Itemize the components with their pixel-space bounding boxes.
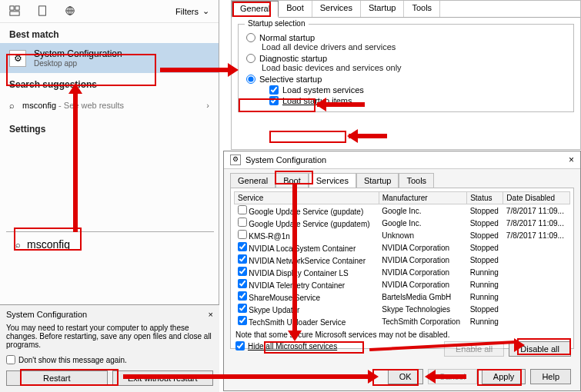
search-input[interactable] [27,238,196,251]
dialog-title: System Configuration [6,310,87,319]
msconfig-icon: ⚙ [9,50,26,67]
globe-icon[interactable] [65,5,75,18]
result-text: System Configuration Desktop app [34,48,122,68]
tab-boot[interactable]: Boot [279,1,312,17]
normal-startup-label: Normal startup [259,33,315,42]
service-checkbox[interactable] [238,242,247,251]
note-text: Note that some secure Microsoft services… [235,331,570,339]
table-row[interactable]: NVIDIA Telemetry ContainerNVIDIA Corpora… [235,278,570,291]
filters-label: Filters [175,7,199,16]
tab-boot[interactable]: Boot [275,173,309,188]
close-icon[interactable]: × [569,154,574,165]
suggestion-text: msconfig [22,101,56,110]
normal-startup-sub: Load all device drivers and services [262,42,566,51]
cortana-topbar: Filters ⌄ [0,0,219,23]
table-row[interactable]: NVIDIA NetworkService ContainerNVIDIA Co… [235,254,570,266]
table-row[interactable]: Skype UpdaterSkype TechnologiesStopped [235,303,570,315]
tab-startup[interactable]: Startup [356,173,399,188]
col-status[interactable]: Status [467,192,503,204]
service-checkbox[interactable] [238,279,247,288]
service-checkbox[interactable] [238,316,247,325]
col-date-disabled[interactable]: Date Disabled [503,192,570,204]
col-service[interactable]: Service [235,192,379,204]
svg-rect-1 [15,5,19,9]
load-sys-checkbox[interactable] [269,85,279,95]
hide-ms-services-checkbox[interactable] [235,341,245,350]
svg-rect-0 [10,5,14,9]
search-icon: ⌕ [9,101,15,110]
dont-show-label: Don't show this message again. [18,356,127,364]
ok-button[interactable]: OK [388,369,423,384]
result-subtitle: Desktop app [34,59,122,68]
apply-button[interactable]: Apply [482,369,526,384]
msconfig-general-panel: General Boot Services Startup Tools Star… [231,0,581,150]
tab-startup[interactable]: Startup [361,1,404,17]
col-manufacturer[interactable]: Manufacturer [379,192,466,204]
chevron-right-icon: › [206,101,209,110]
help-button[interactable]: Help [530,369,571,384]
service-checkbox[interactable] [238,267,247,276]
dont-show-checkbox[interactable] [6,355,15,364]
service-checkbox[interactable] [238,254,247,264]
table-row[interactable]: Google Update Service (gupdate)Google In… [235,204,570,218]
tab-tools[interactable]: Tools [399,173,434,188]
tab-tools[interactable]: Tools [404,1,440,17]
table-row[interactable]: NVIDIA LocalSystem ContainerNVIDIA Corpo… [235,241,570,254]
normal-startup-radio[interactable] [246,33,255,42]
table-row[interactable]: TechSmith Uploader ServiceTechSmith Corp… [235,315,570,327]
suggestion-hint: - See web results [56,101,124,110]
hide-ms-services-label: Hide all Microsoft services [248,342,337,350]
service-checkbox[interactable] [238,304,247,313]
best-match-header: Best match [0,23,219,43]
group-legend: Startup selection [245,19,309,28]
selective-startup-radio[interactable] [246,75,255,84]
tab-services[interactable]: Services [309,173,356,188]
tabbar: General Boot Services Startup Tools [224,169,580,188]
services-table: Service Manufacturer Status Date Disable… [234,191,570,327]
chevron-down-icon: ⌄ [202,6,209,16]
exit-without-restart-button[interactable]: Exit without restart [112,370,214,386]
search-suggestions-header: Search suggestions [0,73,219,93]
tab-services[interactable]: Services [312,1,361,17]
startup-selection-group: Startup selection Normal startup Load al… [238,24,574,112]
dialog-title: System Configuration [245,155,326,164]
table-row[interactable]: NVIDIA Display Container LSNVIDIA Corpor… [235,266,570,278]
diag-startup-radio[interactable] [246,54,255,63]
service-checkbox[interactable] [238,218,247,227]
dialog-body: You may need to restart your computer to… [6,324,213,349]
dialog-titlebar: ⚙ System Configuration × [224,151,580,169]
service-checkbox[interactable] [238,291,247,301]
document-icon[interactable] [37,5,48,18]
table-row[interactable]: Google Update Service (gupdatem)Google I… [235,217,570,229]
app-icon[interactable] [9,5,20,18]
enable-all-button[interactable]: Enable all [444,341,504,357]
load-sys-label: Load system services [282,85,364,95]
search-icon: ⌕ [15,240,21,249]
restart-dialog: System Configuration × You may need to r… [0,304,219,392]
suggestion-row[interactable]: ⌕ msconfig - See web results › [0,93,219,118]
load-startup-label: Load startup items [282,96,352,105]
close-icon[interactable]: × [209,310,213,319]
cortana-search-box[interactable]: ⌕ [6,231,214,257]
cancel-button[interactable]: Cancel [428,369,477,384]
settings-header: Settings [0,118,219,138]
service-checkbox[interactable] [238,230,247,239]
svg-rect-2 [10,11,19,15]
load-startup-checkbox[interactable] [269,96,279,105]
table-row[interactable]: KMS-R@1nUnknownStopped7/8/2017 11:09... [235,229,570,241]
tab-general[interactable]: General [230,173,275,188]
svg-rect-3 [39,5,46,15]
table-row[interactable]: ShareMouse ServiceBartelsMedia GmbHRunni… [235,291,570,303]
result-title: System Configuration [34,48,122,59]
dialog-titlebar: System Configuration × [6,310,213,319]
best-match-result[interactable]: ⚙ System Configuration Desktop app [0,43,219,73]
disable-all-button[interactable]: Disable all [509,341,571,357]
tabbar: General Boot Services Startup Tools [232,1,580,18]
restart-button[interactable]: Restart [6,370,108,386]
diag-startup-sub: Load basic devices and services only [262,63,566,72]
msconfig-icon: ⚙ [230,154,241,165]
tab-general[interactable]: General [232,1,279,18]
diag-startup-label: Diagnostic startup [259,54,327,63]
service-checkbox[interactable] [238,205,247,214]
filters-dropdown[interactable]: Filters ⌄ [175,6,209,16]
